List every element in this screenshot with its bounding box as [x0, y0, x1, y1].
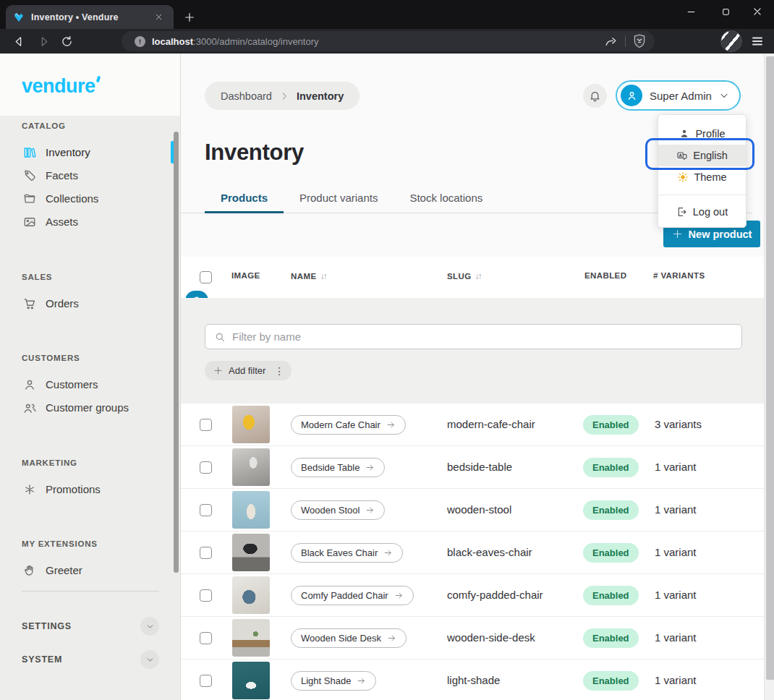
- product-thumbnail: [232, 662, 270, 699]
- sidebar-section-settings[interactable]: SETTINGS: [0, 615, 181, 637]
- address-bar[interactable]: localhost:3000/admin/catalog/inventory: [122, 31, 655, 51]
- row-checkbox[interactable]: [200, 419, 212, 431]
- table-row[interactable]: Bedside Table bedside-table Enabled 1 va…: [181, 446, 764, 489]
- reload-button[interactable]: [58, 33, 75, 50]
- table-row[interactable]: Black Eaves Chair black-eaves-chair Enab…: [181, 532, 764, 574]
- tab-close-icon[interactable]: [150, 9, 166, 25]
- tab-product-variants[interactable]: Product variants: [284, 189, 394, 213]
- menu-item-log-out[interactable]: Log out: [658, 201, 746, 223]
- row-checkbox[interactable]: [200, 461, 212, 474]
- status-badge: Enabled: [583, 415, 639, 435]
- product-slug: bedside-table: [447, 461, 512, 473]
- product-name-link[interactable]: Comfy Padded Chair: [291, 586, 414, 605]
- product-name-link[interactable]: Light Shade: [291, 671, 376, 691]
- window-close-button[interactable]: [741, 0, 774, 23]
- site-info-icon[interactable]: [135, 36, 145, 47]
- sidebar-item-inventory[interactable]: Inventory: [0, 141, 181, 163]
- forward-button[interactable]: [35, 33, 52, 50]
- vendure-logo[interactable]: vendure: [22, 75, 100, 98]
- section-label-marketing: MARKETING: [22, 458, 77, 467]
- breadcrumb: Dashboard Inventory: [205, 82, 360, 110]
- section-label-my-extensions: MY EXTENSIONS: [22, 539, 98, 548]
- add-filter-button[interactable]: Add filter ⋮: [205, 361, 292, 380]
- scrollbar-thumb[interactable]: [766, 56, 774, 680]
- arrow-right-icon: [357, 676, 366, 686]
- row-checkbox[interactable]: [200, 589, 212, 602]
- url-path: :3000/admin/catalog/inventory: [193, 36, 318, 47]
- kebab-menu-icon[interactable]: ⋮: [271, 365, 284, 377]
- window-minimize-button[interactable]: [674, 0, 707, 23]
- plus-icon: [672, 229, 683, 239]
- tab-products[interactable]: Products: [205, 189, 284, 213]
- user-dropdown-menu: Profile English Theme Log out: [658, 114, 747, 228]
- product-name-link[interactable]: Black Eaves Chair: [291, 543, 403, 563]
- variant-count: 1 variant: [655, 503, 697, 516]
- menu-item-theme[interactable]: Theme: [658, 166, 746, 188]
- url-text: localhost:3000/admin/catalog/inventory: [152, 36, 604, 47]
- column-header-slug[interactable]: SLUG↓↑: [447, 271, 481, 281]
- browser-profile-avatar[interactable]: [720, 30, 742, 52]
- product-name-link[interactable]: Wooden Side Desk: [291, 628, 407, 648]
- row-checkbox[interactable]: [200, 547, 212, 559]
- page-title: Inventory: [205, 140, 304, 166]
- product-name-link[interactable]: Bedside Table: [291, 458, 385, 477]
- select-all-checkbox[interactable]: [200, 271, 212, 283]
- chevron-down-icon[interactable]: [140, 650, 159, 669]
- sidebar-section-system[interactable]: SYSTEM: [0, 649, 181, 670]
- breadcrumb-inventory[interactable]: Inventory: [297, 90, 344, 102]
- row-checkbox[interactable]: [200, 504, 212, 516]
- brave-shield-icon[interactable]: [633, 34, 646, 48]
- variant-count: 1 variant: [655, 589, 697, 601]
- table-row[interactable]: Wooden Side Desk wooden-side-desk Enable…: [181, 617, 764, 660]
- sidebar-item-customer-groups[interactable]: Customer groups: [0, 396, 181, 419]
- filter-by-name-input[interactable]: [232, 330, 733, 343]
- menu-divider: [658, 195, 746, 195]
- menu-item-english[interactable]: English: [658, 145, 746, 166]
- sidebar-item-greeter[interactable]: Greeter: [0, 559, 181, 581]
- table-row[interactable]: Light Shade light-shade Enabled 1 varian…: [181, 660, 764, 700]
- notifications-button[interactable]: [583, 84, 607, 108]
- share-icon[interactable]: [604, 35, 618, 48]
- sidebar-item-assets[interactable]: Assets: [0, 210, 181, 233]
- window-maximize-button[interactable]: [709, 0, 742, 23]
- table-row[interactable]: Wooden Stool wooden-stool Enabled 1 vari…: [181, 489, 764, 532]
- column-header-name[interactable]: NAME↓↑: [291, 271, 326, 281]
- back-button[interactable]: [10, 33, 27, 50]
- row-checkbox[interactable]: [200, 632, 212, 644]
- browser-tab[interactable]: Inventory • Vendure: [6, 5, 174, 29]
- product-name-link[interactable]: Wooden Stool: [291, 500, 385, 520]
- row-checkbox[interactable]: [200, 675, 212, 687]
- variant-count: 1 variant: [655, 631, 697, 644]
- screenshot-root: Inventory • Vendure localhost:3000/admin…: [0, 0, 774, 700]
- sidebar-logo-area: vendure: [0, 54, 180, 116]
- table-row[interactable]: Modern Cafe Chair modern-cafe-chair Enab…: [181, 404, 764, 446]
- user-avatar: [621, 85, 642, 106]
- breadcrumb-dashboard[interactable]: Dashboard: [221, 90, 272, 102]
- folder-icon: [23, 192, 36, 205]
- tab-stock-locations[interactable]: Stock locations: [394, 189, 498, 213]
- sort-icon[interactable]: ↓↑: [320, 271, 326, 281]
- sidebar-item-customers[interactable]: Customers: [0, 373, 181, 396]
- logout-icon: [676, 206, 688, 218]
- browser-menu-icon[interactable]: [749, 33, 765, 49]
- sort-icon[interactable]: ↓↑: [475, 271, 481, 281]
- chevron-down-icon[interactable]: [140, 617, 159, 636]
- language-icon: [676, 150, 688, 161]
- status-badge: Enabled: [583, 671, 639, 691]
- product-slug: light-shade: [447, 674, 500, 686]
- new-tab-button[interactable]: [181, 9, 198, 26]
- menu-item-profile[interactable]: Profile: [658, 123, 746, 145]
- table-row[interactable]: Comfy Padded Chair comfy-padded-chair En…: [181, 574, 764, 617]
- product-thumbnail: [232, 406, 270, 443]
- product-name-link[interactable]: Modern Cafe Chair: [291, 415, 406, 435]
- sidebar-item-facets[interactable]: Facets: [0, 164, 181, 187]
- sidebar-item-collections[interactable]: Collections: [0, 187, 181, 210]
- sidebar-item-promotions[interactable]: Promotions: [0, 478, 181, 500]
- section-label-customers: CUSTOMERS: [22, 354, 80, 362]
- sidebar-item-orders[interactable]: Orders: [0, 292, 181, 315]
- user-menu-button[interactable]: Super Admin: [616, 80, 741, 111]
- url-host: localhost: [152, 36, 193, 47]
- sidebar-scrollbar[interactable]: [174, 132, 179, 573]
- page-scrollbar[interactable]: [764, 54, 774, 700]
- variant-count: 1 variant: [655, 674, 697, 686]
